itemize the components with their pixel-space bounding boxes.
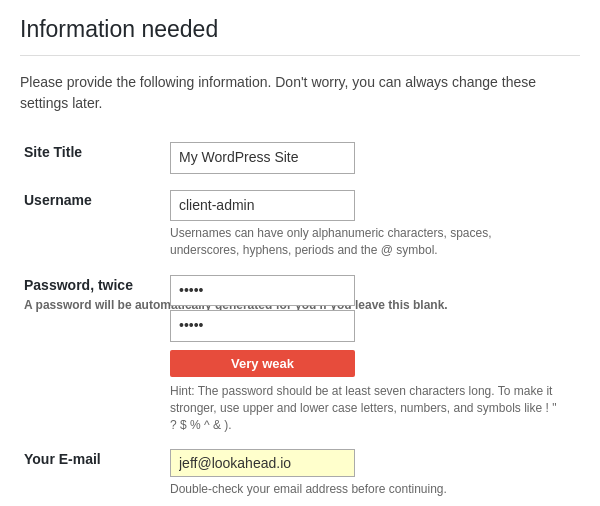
username-row: Username Usernames can have only alphanu… [20, 182, 580, 267]
password-input-2[interactable] [170, 310, 355, 342]
site-title-input[interactable] [170, 142, 355, 174]
password-row: Password, twice A password will be autom… [20, 267, 580, 442]
intro-text: Please provide the following information… [20, 72, 580, 114]
email-helper: Double-check your email address before c… [170, 481, 560, 498]
password-fields: Very weak [170, 275, 576, 377]
username-label: Username [20, 182, 160, 267]
email-label: Your E-mail [20, 441, 160, 506]
form-table: Site Title Username Usernames can have o… [20, 134, 580, 506]
site-title-label: Site Title [20, 134, 160, 182]
page-title: Information needed [20, 16, 580, 56]
site-title-row: Site Title [20, 134, 580, 182]
password-hint: Hint: The password should be at least se… [170, 383, 560, 433]
password-desc: A password will be automatically generat… [24, 297, 144, 314]
page-container: Information needed Please provide the fo… [0, 0, 600, 506]
password-cell: Very weak Hint: The password should be a… [160, 267, 580, 442]
email-cell: Double-check your email address before c… [160, 441, 580, 506]
password-input-1[interactable] [170, 275, 355, 307]
username-input[interactable] [170, 190, 355, 222]
username-helper: Usernames can have only alphanumeric cha… [170, 225, 560, 259]
site-title-cell [160, 134, 580, 182]
email-row: Your E-mail Double-check your email addr… [20, 441, 580, 506]
password-strength-bar: Very weak [170, 350, 355, 377]
password-label-cell: Password, twice A password will be autom… [20, 267, 160, 442]
password-label: Password, twice [24, 277, 133, 293]
username-cell: Usernames can have only alphanumeric cha… [160, 182, 580, 267]
email-input[interactable] [170, 449, 355, 477]
